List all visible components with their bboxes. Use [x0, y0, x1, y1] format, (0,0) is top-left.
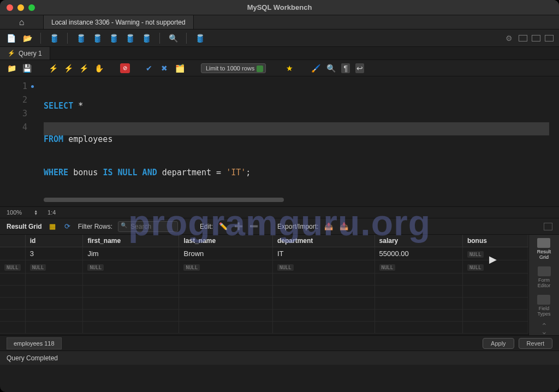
connection-tab[interactable]: Local instance 3306 - Warning - not supp… — [44, 15, 194, 29]
commit-icon[interactable]: ✔ — [144, 63, 154, 73]
grid-row[interactable]: 3 Jim Brown IT 55000.00 NULL — [0, 247, 528, 260]
sql-editor[interactable]: 1 2 3 4 SELECT * FROM employees WHERE bo… — [0, 76, 559, 206]
home-tab[interactable]: ⌂ — [0, 15, 44, 29]
grid-row[interactable] — [0, 298, 528, 310]
line-number: 2 — [0, 93, 27, 107]
grid-header[interactable]: id — [25, 235, 83, 247]
apply-button[interactable]: Apply — [483, 338, 514, 349]
grid-row[interactable]: NULL NULL NULL NULL NULL NULL NULL — [0, 260, 528, 274]
add-snippet-icon[interactable]: ★ — [284, 63, 294, 73]
grid-header[interactable] — [0, 235, 25, 247]
result-grid-label: Result Grid — [7, 223, 42, 230]
db-icon-4[interactable]: 🛢️ — [124, 33, 135, 44]
grid-cell[interactable]: IT — [272, 247, 374, 260]
invisible-chars-icon[interactable]: ¶ — [341, 63, 350, 73]
grid-row[interactable] — [0, 286, 528, 298]
db-icon-1[interactable]: 🛢️ — [75, 33, 86, 44]
status-text: Query Completed — [7, 354, 58, 362]
grid-cell[interactable]: 3 — [25, 247, 83, 260]
grid-sidebar: Result Grid Form Editor Field Types ⌃⌄ — [528, 235, 559, 335]
grid-cell[interactable]: Jim — [83, 247, 179, 260]
grid-header[interactable]: department — [272, 235, 374, 247]
right-pane-toggle[interactable] — [545, 35, 554, 41]
grid-header-row: id first_name last_name department salar… — [0, 235, 528, 247]
inspector-icon[interactable]: 🛢️ — [49, 33, 60, 44]
word-wrap-icon[interactable]: ↩ — [355, 63, 364, 73]
new-sql-file-icon[interactable]: 📄 — [5, 33, 16, 44]
result-grid[interactable]: id first_name last_name department salar… — [0, 235, 528, 335]
bottom-pane-toggle[interactable] — [532, 35, 540, 41]
zoom-stepper[interactable]: ▲▼ — [34, 210, 38, 215]
reconnect-icon[interactable]: 🛢️ — [194, 33, 205, 44]
no-limit-icon[interactable]: ⊘ — [120, 63, 130, 73]
db-icon-5[interactable]: 🛢️ — [141, 33, 152, 44]
field-types-tab[interactable]: Field Types — [537, 295, 550, 317]
open-sql-file-icon[interactable]: 📂 — [22, 33, 33, 44]
result-grid-icon — [537, 238, 550, 248]
bottom-tabs-bar: employees 118 Apply Revert — [0, 335, 559, 351]
db-icon-2[interactable]: 🛢️ — [92, 33, 103, 44]
code-area[interactable]: SELECT * FROM employees WHERE bonus IS N… — [33, 76, 559, 206]
line-number: 4 — [0, 121, 27, 134]
line-number: 3 — [0, 107, 27, 121]
connection-tab-label: Local instance 3306 - Warning - not supp… — [51, 19, 186, 26]
query-tab-1[interactable]: ⚡ Query 1 — [0, 47, 50, 60]
grid-header[interactable]: last_name — [179, 235, 273, 247]
query-tabs: ⚡ Query 1 — [0, 47, 559, 60]
form-editor-icon — [538, 266, 551, 276]
search-db-icon[interactable]: 🔍 — [168, 33, 179, 44]
form-editor-tab[interactable]: Form Editor — [538, 266, 551, 288]
grid-header[interactable]: bonus — [462, 235, 528, 247]
execute-current-icon[interactable]: ⚡ — [63, 63, 73, 73]
rollback-icon[interactable]: ✖ — [159, 63, 169, 73]
app-title: MySQL Workbench — [0, 3, 559, 11]
bolt-icon: ⚡ — [8, 50, 15, 57]
explain-icon[interactable]: ⚡ — [79, 63, 88, 73]
current-line-highlight — [44, 122, 549, 135]
horizontal-scrollbar[interactable] — [44, 198, 284, 202]
result-grid-tab[interactable]: Result Grid — [537, 238, 551, 260]
titlebar: MySQL Workbench — [0, 0, 559, 15]
row-limit-select[interactable]: Limit to 1000 rows — [201, 63, 266, 73]
find-icon[interactable]: 🔍 — [326, 63, 336, 73]
grid-header[interactable]: first_name — [83, 235, 179, 247]
line-gutter: 1 2 3 4 — [0, 76, 33, 206]
grid-header[interactable]: salary — [374, 235, 462, 247]
save-file-icon[interactable]: 💾 — [22, 63, 32, 73]
field-types-icon — [537, 295, 550, 305]
filter-rows-input[interactable]: Search — [118, 221, 178, 232]
execute-icon[interactable]: ⚡ — [48, 63, 58, 73]
grid-row[interactable] — [0, 310, 528, 322]
gear-icon[interactable]: ⚙ — [503, 33, 514, 44]
sidebar-scroll-arrows[interactable]: ⌃⌄ — [541, 323, 548, 334]
home-icon: ⌂ — [19, 17, 25, 27]
result-tab[interactable]: employees 118 — [7, 337, 62, 349]
revert-button[interactable]: Revert — [519, 338, 552, 349]
line-number: 1 — [0, 80, 27, 93]
grid-row[interactable] — [0, 322, 528, 334]
main-toolbar: 📄 📂 🛢️ 🛢️ 🛢️ 🛢️ 🛢️ 🛢️ 🔍 🛢️ ⚙ — [0, 29, 559, 47]
status-bar: Query Completed — [0, 351, 559, 365]
autocommit-icon[interactable]: 🗂️ — [175, 63, 185, 73]
open-file-icon[interactable]: 📁 — [7, 63, 16, 73]
zoom-percent: 100% — [7, 209, 22, 216]
left-pane-toggle[interactable] — [519, 35, 527, 41]
row-limit-label: Limit to 1000 rows — [206, 65, 254, 72]
query-tab-label: Query 1 — [19, 50, 42, 57]
grid-cell[interactable]: 55000.00 — [374, 247, 462, 260]
next-pane-arrow[interactable]: ▶ — [489, 253, 497, 265]
stop-icon[interactable]: ✋ — [94, 63, 104, 73]
connection-tabs: ⌂ Local instance 3306 - Warning - not su… — [0, 15, 559, 29]
editor-toolbar: 📁 💾 ⚡ ⚡ ⚡ ✋ ⊘ ✔ ✖ 🗂️ Limit to 1000 rows … — [0, 60, 559, 76]
beautify-icon[interactable]: 🖌️ — [311, 63, 320, 73]
db-icon-3[interactable]: 🛢️ — [108, 33, 119, 44]
grid-row[interactable] — [0, 274, 528, 286]
grid-cell[interactable]: Brown — [179, 247, 273, 260]
